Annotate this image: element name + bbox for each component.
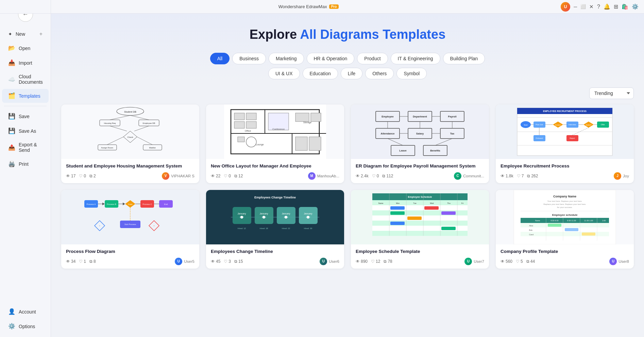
author-name: Joy bbox=[623, 174, 629, 178]
svg-text:Attendance: Attendance bbox=[381, 132, 395, 135]
svg-rect-185 bbox=[521, 232, 609, 236]
svg-rect-168 bbox=[390, 222, 405, 225]
svg-text:Employees Change Timeline: Employees Change Timeline bbox=[254, 196, 296, 199]
svg-text:Carol: Carol bbox=[529, 234, 533, 236]
svg-rect-191 bbox=[565, 228, 578, 231]
author-avatar: U bbox=[320, 258, 327, 265]
svg-text:EMPLOYEE RECRUITMENT PROCESS: EMPLOYEE RECRUITMENT PROCESS bbox=[543, 110, 587, 112]
template-card[interactable]: Employee Schedule Name bbox=[351, 190, 489, 269]
filter-it[interactable]: IT & Engineering bbox=[391, 53, 440, 64]
notification-icon[interactable]: 🔔 bbox=[604, 3, 610, 10]
sidebar-item-import[interactable]: 📥 Import bbox=[2, 56, 49, 70]
open-icon: 📂 bbox=[8, 45, 15, 52]
sidebar-item-templates[interactable]: 🗂️ Templates bbox=[2, 89, 49, 103]
card-meta: 👁 560 ♡ 5 ⧉ 44 U User8 bbox=[501, 258, 629, 265]
filter-hr[interactable]: HR & Operation bbox=[307, 53, 355, 64]
minimize-button[interactable]: ─ bbox=[574, 4, 577, 10]
author-name: Communit... bbox=[463, 174, 484, 178]
author-avatar: V bbox=[162, 172, 169, 180]
sidebar-item-options[interactable]: ⚙️ Options bbox=[2, 319, 49, 333]
svg-text:Tue: Tue bbox=[413, 202, 416, 204]
card-thumbnail: Student DB Housing Req Employee DB Check… bbox=[61, 105, 199, 159]
filter-ui[interactable]: UI & UX bbox=[268, 68, 300, 79]
sidebar-item-cloud[interactable]: ☁️ Cloud Documents bbox=[2, 70, 49, 88]
svg-rect-26 bbox=[234, 122, 244, 128]
apps-icon[interactable]: ⊞ bbox=[614, 3, 618, 10]
options-icon: ⚙️ bbox=[8, 323, 15, 330]
card-author: U User6 bbox=[320, 258, 339, 265]
card-thumbnail: Office Conference Lounge Storage bbox=[206, 105, 344, 159]
template-card[interactable]: Employees Change Timeline January 2017 J… bbox=[206, 190, 344, 269]
template-card[interactable]: Office Conference Lounge Storage New Off… bbox=[206, 105, 344, 183]
svg-text:Hired: 12: Hired: 12 bbox=[238, 227, 246, 229]
author-avatar: U bbox=[175, 258, 182, 265]
svg-text:Screen: Screen bbox=[555, 124, 561, 126]
user-avatar[interactable]: U bbox=[561, 2, 570, 12]
filter-life[interactable]: Life bbox=[341, 68, 363, 79]
svg-text:Leave: Leave bbox=[399, 149, 406, 152]
sidebar-item-open[interactable]: 📂 Open bbox=[2, 41, 49, 55]
svg-text:January: January bbox=[260, 212, 268, 215]
card-stats: 👁 2.4k ♡ 0 ⧉ 112 bbox=[356, 174, 393, 178]
svg-text:January: January bbox=[238, 212, 246, 215]
card-stats: 👁 560 ♡ 5 ⧉ 44 bbox=[501, 259, 535, 264]
filter-education[interactable]: Education bbox=[303, 68, 338, 79]
copy-stat: ⧉ 44 bbox=[526, 259, 535, 264]
template-card[interactable]: Process A Process B Gate Process C End bbox=[61, 190, 199, 269]
template-card[interactable]: EMPLOYEE RECRUITMENT PROCESS Start Post … bbox=[496, 105, 634, 183]
svg-text:Housing Req: Housing Req bbox=[104, 122, 116, 124]
card-author: J Joy bbox=[614, 172, 629, 180]
svg-text:Reject: Reject bbox=[570, 137, 575, 139]
svg-rect-128 bbox=[277, 207, 295, 224]
sidebar-item-account[interactable]: 👤 Account bbox=[2, 305, 49, 319]
view-stat: 👁 17 bbox=[66, 174, 75, 178]
card-author: U User5 bbox=[175, 258, 194, 265]
sidebar-item-saveas[interactable]: 💾 Save As bbox=[2, 124, 49, 138]
svg-text:8:30-9:30: 8:30-9:30 bbox=[550, 220, 558, 222]
svg-text:Hired: 30: Hired: 30 bbox=[304, 227, 312, 229]
template-card[interactable]: Student DB Housing Req Employee DB Check… bbox=[61, 105, 199, 183]
svg-text:Post Job: Post Job bbox=[536, 124, 543, 126]
svg-point-135 bbox=[262, 216, 265, 219]
sidebar-item-print[interactable]: 🖨️ Print bbox=[2, 157, 49, 171]
card-author: M ManhouAb... bbox=[308, 172, 339, 180]
svg-text:Department: Department bbox=[413, 115, 427, 118]
account-icon: 👤 bbox=[8, 308, 15, 315]
filter-building[interactable]: Building Plan bbox=[443, 53, 485, 64]
card-title: Employees Change Timeline bbox=[211, 248, 339, 255]
card-body: Employees Change Timeline 👁 45 ♡ 3 ⧉ 15 … bbox=[206, 244, 344, 269]
filter-symbol[interactable]: Symbol bbox=[396, 68, 427, 79]
template-card[interactable]: Company Name Your text here. Replace you… bbox=[496, 190, 634, 269]
svg-text:Process A: Process A bbox=[86, 203, 96, 205]
svg-text:Offer: Offer bbox=[601, 124, 605, 126]
like-stat: ♡ 0 bbox=[224, 174, 231, 178]
svg-rect-166 bbox=[424, 206, 439, 210]
sidebar-item-save[interactable]: 💾 Save bbox=[2, 109, 49, 123]
close-button[interactable]: ✕ bbox=[589, 4, 594, 10]
filter-all[interactable]: All bbox=[210, 53, 230, 64]
svg-rect-19 bbox=[224, 105, 326, 159]
svg-text:Your text here. Replace your t: Your text here. Replace your text here. bbox=[547, 200, 582, 202]
svg-text:Mon: Mon bbox=[396, 202, 400, 204]
author-name: User8 bbox=[618, 259, 629, 263]
card-meta: 👁 45 ♡ 3 ⧉ 15 U User6 bbox=[211, 258, 339, 265]
filter-business[interactable]: Business bbox=[232, 53, 266, 64]
card-thumbnail: Employees Change Timeline January 2017 J… bbox=[206, 190, 344, 244]
card-thumbnail: Process A Process B Gate Process C End bbox=[61, 190, 199, 244]
store-icon[interactable]: 🛍️ bbox=[622, 3, 628, 10]
filter-others[interactable]: Others bbox=[365, 68, 394, 79]
template-card[interactable]: Employee Department Payroll Attendance S… bbox=[351, 105, 489, 183]
sort-select[interactable]: Trending Newest Most Popular bbox=[589, 87, 634, 99]
view-stat: 👁 34 bbox=[66, 259, 75, 264]
help-icon[interactable]: ? bbox=[597, 4, 600, 10]
titlebar: Wondershare EdrawMax Pro U ─ ⬜ ✕ ? 🔔 ⊞ 🛍… bbox=[51, 0, 644, 14]
settings-icon[interactable]: ⚙️ bbox=[632, 3, 639, 10]
card-meta: 👁 890 ♡ 12 ⧉ 78 U User7 bbox=[356, 258, 484, 265]
sidebar-item-new[interactable]: ✦ New + bbox=[2, 28, 49, 41]
maximize-button[interactable]: ⬜ bbox=[580, 4, 586, 9]
card-title: Employee Recruitment Process bbox=[501, 163, 629, 170]
filter-product[interactable]: Product bbox=[357, 53, 388, 64]
card-meta: 👁 2.4k ♡ 0 ⧉ 112 C Communit... bbox=[356, 172, 484, 180]
sidebar-item-export[interactable]: 📤 Export & Send bbox=[2, 139, 49, 156]
filter-marketing[interactable]: Marketing bbox=[269, 53, 304, 64]
